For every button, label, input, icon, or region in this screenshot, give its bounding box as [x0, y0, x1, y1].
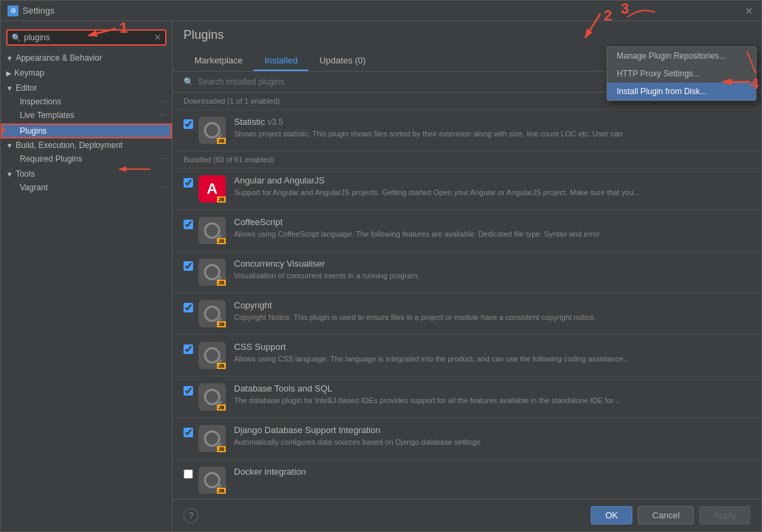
tab-marketplace[interactable]: Marketplace: [184, 51, 254, 71]
dropdown-item-http-proxy[interactable]: HTTP Proxy Settings...: [607, 65, 756, 83]
plugin-item-coffeescript[interactable]: JB CoffeeScript Allows using CoffeeScrip…: [173, 210, 761, 252]
plugin-name-css: CSS Support: [234, 342, 750, 352]
database-badge: JB: [217, 404, 226, 411]
plugin-checkbox-css[interactable]: [184, 344, 193, 354]
sidebar-build-label: Build, Execution, Deployment: [16, 141, 123, 150]
sidebar-item-keymap[interactable]: ▶ Keymap: [1, 66, 172, 80]
plugin-desc-django: Automatically configures data sources ba…: [234, 437, 712, 447]
ok-button[interactable]: OK: [591, 506, 632, 524]
plugin-checkbox-angular[interactable]: [184, 178, 193, 188]
cancel-button[interactable]: Cancel: [638, 506, 694, 524]
plugin-item-django[interactable]: JB Django Database Support Integration A…: [173, 418, 761, 460]
plugin-checkbox-django[interactable]: [184, 428, 193, 437]
sidebar-section-build: ▼ Build, Execution, Deployment Required …: [1, 138, 172, 166]
inspections-label: Inspections: [20, 97, 61, 106]
plugin-name-statistic: Statistic v3.5: [234, 117, 750, 127]
plugin-desc-copyright: Copyright Notice. This plugin is used to…: [234, 312, 712, 323]
plugin-badge: JB: [217, 138, 226, 144]
sidebar-item-tools[interactable]: ▼ Tools: [1, 167, 172, 181]
arrow-icon-build: ▼: [6, 142, 13, 149]
sidebar-section-tools: ▼ Tools Vagrant ⋯: [1, 167, 172, 194]
plugin-info-database: Database Tools and SQL The database plug…: [234, 383, 750, 406]
copyright-icon-circle: [204, 306, 220, 322]
plugin-name-angular: Angular and AngularJS: [234, 175, 750, 186]
plugin-item-concurrency[interactable]: JB Concurrency Visualiser Visualisation …: [173, 252, 761, 293]
plugin-checkbox-docker[interactable]: [184, 469, 193, 479]
plugin-info-copyright: Copyright Copyright Notice. This plugin …: [234, 300, 750, 323]
plugin-item-statistic[interactable]: JB Statistic v3.5 Shows project statisti…: [173, 110, 761, 151]
plugin-item-database[interactable]: JB Database Tools and SQL The database p…: [173, 376, 761, 418]
arrow-icon-keymap: ▶: [6, 70, 12, 77]
plugin-item-docker[interactable]: JB Docker integration: [173, 460, 761, 499]
plugin-name-copyright: Copyright: [234, 300, 750, 310]
dropdown-item-install-disk[interactable]: Install Plugin from Disk...: [607, 83, 756, 100]
plugin-item-angular[interactable]: A JB Angular and AngularJS Support for A…: [173, 168, 761, 210]
plugin-name-django: Django Database Support Integration: [234, 425, 750, 435]
plugin-icon-coffeescript: JB: [199, 217, 226, 244]
plugin-item-copyright[interactable]: JB Copyright Copyright Notice. This plug…: [173, 293, 761, 335]
tab-updates[interactable]: Updates (0): [308, 51, 377, 71]
django-icon-circle: [204, 430, 220, 447]
close-button[interactable]: ✕: [744, 5, 754, 16]
sidebar-item-vagrant[interactable]: Vagrant ⋯: [1, 181, 172, 194]
live-templates-expand-icon: ⋯: [159, 111, 166, 120]
plugin-checkbox-statistic[interactable]: [184, 119, 193, 129]
plugin-info-docker: Docker integration: [234, 467, 750, 479]
coffeescript-icon-circle: [204, 222, 220, 239]
plugin-info-angular: Angular and AngularJS Support for Angula…: [234, 175, 750, 198]
help-button[interactable]: ?: [184, 508, 199, 523]
search-clear-icon[interactable]: ✕: [154, 33, 161, 42]
help-icon: ?: [189, 511, 194, 520]
plugin-info-django: Django Database Support Integration Auto…: [234, 425, 750, 447]
plugin-desc-coffeescript: Allows using CoffeeScript language. The …: [234, 229, 712, 239]
plugin-name-docker: Docker integration: [234, 467, 750, 477]
plugin-info-concurrency: Concurrency Visualiser Visualisation of …: [234, 258, 750, 281]
gear-dropdown-menu: Manage Plugin Repositories... HTTP Proxy…: [606, 46, 757, 101]
plugin-version-statistic: v3.5: [267, 117, 283, 127]
bottom-bar: ? OK Cancel Apply: [173, 499, 761, 531]
plugin-icon-docker: JB: [199, 467, 226, 494]
dropdown-item-manage-repos[interactable]: Manage Plugin Repositories...: [607, 47, 756, 65]
plugin-info-css: CSS Support Allows using CSS language. T…: [234, 342, 750, 364]
apply-button[interactable]: Apply: [699, 506, 750, 524]
sidebar-search-input[interactable]: plugins: [24, 33, 154, 42]
sidebar-section-appearance: ▼ Appearance & Behavior: [1, 51, 172, 65]
vagrant-label: Vagrant: [20, 183, 48, 192]
sidebar-item-editor[interactable]: ▼ Editor: [1, 81, 172, 95]
plugins-title: Plugins: [184, 28, 224, 42]
sidebar-item-appearance[interactable]: ▼ Appearance & Behavior: [1, 51, 172, 65]
sidebar-editor-label: Editor: [16, 83, 37, 93]
sidebar-keymap-label: Keymap: [14, 68, 44, 78]
plugin-checkbox-database[interactable]: [184, 386, 193, 396]
plugin-desc-statistic: Shows project statistic. This plugin sho…: [234, 129, 712, 139]
concurrency-badge: JB: [217, 280, 226, 286]
plugin-desc-concurrency: Visualisation of concurrent events in a …: [234, 271, 712, 281]
sidebar-item-plugins[interactable]: Plugins: [1, 123, 172, 138]
plugin-checkbox-concurrency[interactable]: [184, 261, 193, 271]
plugin-desc-database: The database plugin for IntelliJ-based I…: [234, 396, 712, 406]
sidebar-item-build[interactable]: ▼ Build, Execution, Deployment: [1, 138, 172, 152]
content-search-icon: 🔍: [184, 77, 194, 87]
docker-badge: JB: [217, 488, 226, 494]
bundled-section-label: Bundled (60 of 61 enabled): [173, 151, 761, 168]
live-templates-label: Live Templates: [20, 110, 74, 120]
plugins-label: Plugins: [20, 126, 46, 136]
title-bar: ⚙ Settings ✕: [1, 1, 761, 21]
plugin-item-css-support[interactable]: JB CSS Support Allows using CSS language…: [173, 335, 761, 376]
sidebar: 🔍 plugins ✕ ▼ Appearance & Behavior ▶ Ke…: [1, 21, 173, 531]
vagrant-icon: ⋯: [159, 183, 166, 192]
sidebar-item-required-plugins[interactable]: Required Plugins ⋯: [1, 152, 172, 166]
plugin-icon-circle: [204, 122, 220, 138]
plugin-icon-statistic: JB: [199, 117, 226, 144]
window-title: Settings: [23, 5, 744, 16]
plugin-checkbox-coffeescript[interactable]: [184, 220, 193, 229]
sidebar-search-box[interactable]: 🔍 plugins ✕: [6, 29, 166, 46]
arrow-icon-tools: ▼: [6, 171, 13, 178]
plugin-checkbox-copyright[interactable]: [184, 303, 193, 312]
sidebar-item-inspections[interactable]: Inspections ⋯: [1, 95, 172, 108]
tab-installed[interactable]: Installed: [254, 51, 308, 71]
sidebar-section-keymap: ▶ Keymap: [1, 66, 172, 80]
sidebar-item-live-templates[interactable]: Live Templates ⋯: [1, 108, 172, 122]
plugin-desc-angular: Support for Angular and AngularJS projec…: [234, 188, 712, 198]
plugin-info-statistic: Statistic v3.5 Shows project statistic. …: [234, 117, 750, 139]
